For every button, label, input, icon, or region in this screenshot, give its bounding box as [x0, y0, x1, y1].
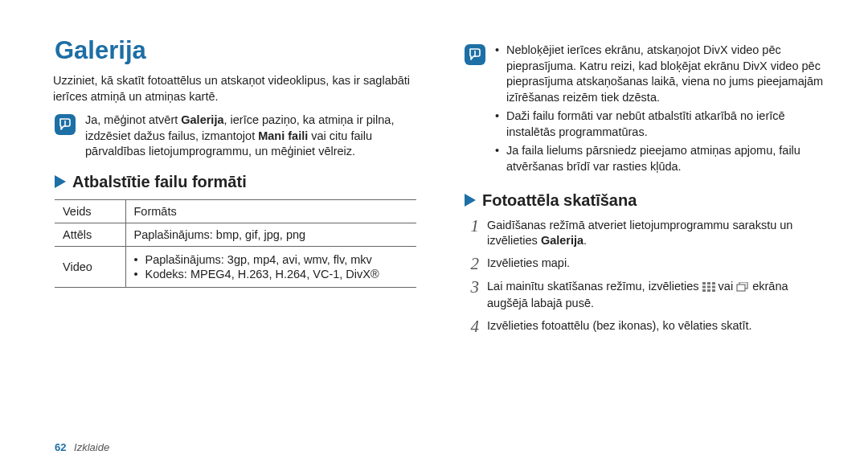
step-number: 1 [465, 218, 479, 249]
right-column: Nebloķējiet ierīces ekrānu, atskaņojot D… [465, 36, 824, 342]
table-head-type: Veids [55, 199, 125, 223]
table-cell-image-label: Attēls [55, 223, 125, 246]
chevron-right-icon [55, 175, 66, 188]
step-1: 1 Gaidīšanas režīmā atveriet lietojumpro… [465, 218, 824, 249]
page-title: Galerija [55, 36, 416, 65]
section-heading-view: Fotoattēla skatīšana [482, 191, 637, 210]
table-head-format: Formāts [125, 199, 416, 223]
step-body: Lai mainītu skatīšanas režīmu, izvēlieti… [487, 279, 824, 312]
two-column-layout: Galerija Uzziniet, kā skatīt fotoattēlus… [55, 36, 824, 342]
step-2: 2 Izvēlieties mapi. [465, 256, 824, 272]
note-icon [465, 44, 485, 65]
table-cell-video-label: Video [55, 246, 125, 287]
step-body: Izvēlieties fotoattēlu (bez ikonas), ko … [487, 318, 752, 335]
step-body: Izvēlieties mapi. [487, 256, 570, 272]
note-left-bold1: Galerija [181, 113, 223, 126]
note-icon [55, 114, 76, 135]
grid-view-icon [702, 281, 715, 297]
svg-rect-10 [702, 289, 706, 292]
step1-suffix: . [583, 234, 587, 247]
table-header-row: Veids Formāts [55, 199, 416, 223]
step-number: 2 [465, 256, 479, 272]
video-item: Kodeks: MPEG4, H.263, H.264, VC-1, DivX® [134, 268, 409, 281]
note-left-bold2: Mani faili [258, 129, 308, 142]
formats-table: Veids Formāts Attēls Paplašinājums: bmp,… [55, 199, 416, 288]
svg-rect-8 [707, 285, 710, 288]
svg-rect-4 [702, 282, 706, 285]
manual-page: Galerija Uzziniet, kā skatīt fotoattēlus… [0, 0, 868, 471]
note-block-left: Ja, mēģinot atvērt Galerija, ierīce pazi… [55, 113, 416, 160]
steps-list: 1 Gaidīšanas režīmā atveriet lietojumpro… [465, 218, 824, 335]
svg-rect-11 [707, 289, 710, 292]
note-text-right: Nebloķējiet ierīces ekrānu, atskaņojot D… [495, 43, 824, 178]
intro-paragraph: Uzziniet, kā skatīt fotoattēlus un atska… [53, 73, 416, 104]
svg-rect-7 [702, 285, 706, 288]
svg-rect-5 [707, 282, 710, 285]
note-right-item: Nebloķējiet ierīces ekrānu, atskaņojot D… [495, 43, 824, 105]
section-header-view: Fotoattēla skatīšana [465, 191, 824, 210]
stack-view-icon [736, 281, 749, 297]
video-item: Paplašinājums: 3gp, mp4, avi, wmv, flv, … [134, 253, 409, 266]
table-cell-video-value: Paplašinājums: 3gp, mp4, avi, wmv, flv, … [125, 246, 416, 287]
svg-rect-14 [737, 285, 745, 291]
note-right-item: Ja faila lielums pārsniedz pieejamo atmi… [495, 143, 824, 174]
page-footer: 62 Izklaide [55, 441, 109, 453]
step3-mid: vai [715, 280, 737, 293]
table-row: Video Paplašinājums: 3gp, mp4, avi, wmv,… [55, 246, 416, 287]
step-3: 3 Lai mainītu skatīšanas režīmu, izvēlie… [465, 279, 824, 312]
note-block-right: Nebloķējiet ierīces ekrānu, atskaņojot D… [465, 43, 824, 178]
step1-bold: Galerija [541, 234, 583, 247]
note-text: Ja, mēģinot atvērt Galerija, ierīce pazi… [85, 113, 416, 160]
left-column: Galerija Uzziniet, kā skatīt fotoattēlus… [55, 36, 416, 342]
table-row: Attēls Paplašinājums: bmp, gif, jpg, png [55, 223, 416, 246]
section-name: Izklaide [74, 441, 109, 453]
note-right-item: Daži failu formāti var nebūt atbalstīti … [495, 109, 824, 140]
step-number: 3 [465, 279, 479, 312]
note-left-prefix: Ja, mēģinot atvērt [85, 113, 181, 126]
chevron-right-icon [465, 194, 476, 207]
section-header-formats: Atbalstītie failu formāti [55, 173, 416, 191]
step1-prefix: Gaidīšanas režīmā atveriet lietojumprogr… [487, 219, 792, 248]
step3-prefix: Lai mainītu skatīšanas režīmu, izvēlieti… [487, 280, 702, 293]
page-number: 62 [55, 441, 66, 453]
section-heading-formats: Atbalstītie failu formāti [72, 173, 247, 191]
step-body: Gaidīšanas režīmā atveriet lietojumprogr… [487, 218, 824, 249]
step-4: 4 Izvēlieties fotoattēlu (bez ikonas), k… [465, 318, 824, 335]
table-cell-image-value: Paplašinājums: bmp, gif, jpg, png [125, 223, 416, 246]
step-number: 4 [465, 318, 479, 335]
